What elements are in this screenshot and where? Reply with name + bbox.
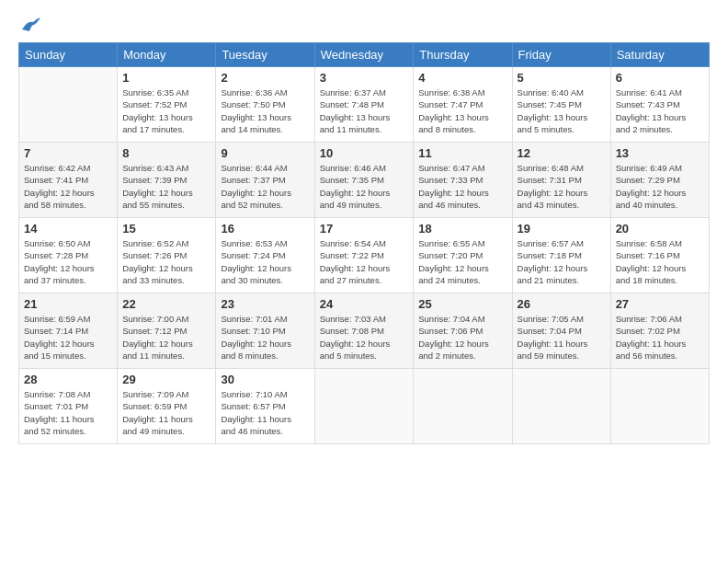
day-number: 8 <box>122 146 210 160</box>
day-number: 13 <box>616 146 704 160</box>
day-info: Sunrise: 6:36 AMSunset: 7:50 PMDaylight:… <box>221 86 309 135</box>
day-number: 10 <box>320 146 409 160</box>
calendar-cell: 13Sunrise: 6:49 AMSunset: 7:29 PMDayligh… <box>610 143 709 218</box>
calendar-week-row: 21Sunrise: 6:59 AMSunset: 7:14 PMDayligh… <box>19 293 710 369</box>
day-number: 24 <box>320 297 409 311</box>
calendar-cell: 11Sunrise: 6:47 AMSunset: 7:33 PMDayligh… <box>414 143 512 218</box>
calendar-cell: 20Sunrise: 6:58 AMSunset: 7:16 PMDayligh… <box>610 218 709 293</box>
calendar-cell <box>414 369 512 444</box>
calendar-cell <box>610 369 709 444</box>
calendar-cell: 29Sunrise: 7:09 AMSunset: 6:59 PMDayligh… <box>118 369 216 444</box>
day-number: 1 <box>122 71 210 85</box>
calendar-cell: 17Sunrise: 6:54 AMSunset: 7:22 PMDayligh… <box>314 218 414 293</box>
day-info: Sunrise: 7:04 AMSunset: 7:06 PMDaylight:… <box>418 313 506 362</box>
day-info: Sunrise: 6:48 AMSunset: 7:31 PMDaylight:… <box>518 162 606 211</box>
day-number: 20 <box>616 222 704 236</box>
day-number: 19 <box>518 222 606 236</box>
calendar-cell: 22Sunrise: 7:00 AMSunset: 7:12 PMDayligh… <box>118 293 216 369</box>
calendar-header-sunday: Sunday <box>19 43 118 67</box>
day-info: Sunrise: 6:38 AMSunset: 7:47 PMDaylight:… <box>418 86 506 135</box>
day-number: 6 <box>616 71 704 85</box>
logo <box>18 17 40 33</box>
day-info: Sunrise: 6:58 AMSunset: 7:16 PMDaylight:… <box>616 237 704 286</box>
calendar-cell: 3Sunrise: 6:37 AMSunset: 7:48 PMDaylight… <box>314 67 414 143</box>
calendar-header-wednesday: Wednesday <box>314 43 414 67</box>
calendar-header-monday: Monday <box>118 43 216 67</box>
day-info: Sunrise: 6:49 AMSunset: 7:29 PMDaylight:… <box>616 162 704 211</box>
day-info: Sunrise: 7:00 AMSunset: 7:12 PMDaylight:… <box>122 313 210 362</box>
day-info: Sunrise: 6:35 AMSunset: 7:52 PMDaylight:… <box>122 86 210 135</box>
calendar-cell: 27Sunrise: 7:06 AMSunset: 7:02 PMDayligh… <box>610 293 709 369</box>
day-number: 11 <box>418 146 506 160</box>
day-number: 16 <box>221 222 309 236</box>
calendar-header-tuesday: Tuesday <box>216 43 314 67</box>
day-info: Sunrise: 7:05 AMSunset: 7:04 PMDaylight:… <box>518 313 606 362</box>
calendar-cell: 1Sunrise: 6:35 AMSunset: 7:52 PMDaylight… <box>118 67 216 143</box>
calendar-cell <box>314 369 414 444</box>
calendar-cell: 28Sunrise: 7:08 AMSunset: 7:01 PMDayligh… <box>19 369 118 444</box>
day-info: Sunrise: 6:41 AMSunset: 7:43 PMDaylight:… <box>616 86 704 135</box>
day-info: Sunrise: 6:57 AMSunset: 7:18 PMDaylight:… <box>518 237 606 286</box>
day-number: 5 <box>518 71 606 85</box>
calendar-cell: 23Sunrise: 7:01 AMSunset: 7:10 PMDayligh… <box>216 293 314 369</box>
day-info: Sunrise: 7:09 AMSunset: 6:59 PMDaylight:… <box>122 388 210 437</box>
calendar-week-row: 28Sunrise: 7:08 AMSunset: 7:01 PMDayligh… <box>19 369 710 444</box>
calendar-cell: 9Sunrise: 6:44 AMSunset: 7:37 PMDaylight… <box>216 143 314 218</box>
calendar-week-row: 14Sunrise: 6:50 AMSunset: 7:28 PMDayligh… <box>19 218 710 293</box>
calendar-week-row: 1Sunrise: 6:35 AMSunset: 7:52 PMDaylight… <box>19 67 710 143</box>
calendar-cell: 2Sunrise: 6:36 AMSunset: 7:50 PMDaylight… <box>216 67 314 143</box>
day-number: 2 <box>221 71 309 85</box>
calendar-cell: 15Sunrise: 6:52 AMSunset: 7:26 PMDayligh… <box>118 218 216 293</box>
day-number: 21 <box>24 297 112 311</box>
calendar-cell: 7Sunrise: 6:42 AMSunset: 7:41 PMDaylight… <box>19 143 118 218</box>
day-info: Sunrise: 6:50 AMSunset: 7:28 PMDaylight:… <box>24 237 112 286</box>
day-number: 9 <box>221 146 309 160</box>
day-info: Sunrise: 6:40 AMSunset: 7:45 PMDaylight:… <box>518 86 606 135</box>
calendar-cell: 10Sunrise: 6:46 AMSunset: 7:35 PMDayligh… <box>314 143 414 218</box>
day-number: 22 <box>122 297 210 311</box>
day-number: 4 <box>418 71 506 85</box>
day-info: Sunrise: 6:53 AMSunset: 7:24 PMDaylight:… <box>221 237 309 286</box>
day-number: 18 <box>418 222 506 236</box>
day-info: Sunrise: 6:54 AMSunset: 7:22 PMDaylight:… <box>320 237 409 286</box>
calendar-cell: 24Sunrise: 7:03 AMSunset: 7:08 PMDayligh… <box>314 293 414 369</box>
day-number: 12 <box>518 146 606 160</box>
day-info: Sunrise: 6:37 AMSunset: 7:48 PMDaylight:… <box>320 86 409 135</box>
day-number: 30 <box>221 373 309 386</box>
day-info: Sunrise: 6:59 AMSunset: 7:14 PMDaylight:… <box>24 313 112 362</box>
calendar-header-saturday: Saturday <box>610 43 709 67</box>
calendar-cell <box>512 369 610 444</box>
calendar-cell: 12Sunrise: 6:48 AMSunset: 7:31 PMDayligh… <box>512 143 610 218</box>
day-number: 17 <box>320 222 409 236</box>
calendar-cell: 14Sunrise: 6:50 AMSunset: 7:28 PMDayligh… <box>19 218 118 293</box>
day-info: Sunrise: 6:46 AMSunset: 7:35 PMDaylight:… <box>320 162 409 211</box>
calendar-cell: 30Sunrise: 7:10 AMSunset: 6:57 PMDayligh… <box>216 369 314 444</box>
day-info: Sunrise: 7:01 AMSunset: 7:10 PMDaylight:… <box>221 313 309 362</box>
day-info: Sunrise: 6:44 AMSunset: 7:37 PMDaylight:… <box>221 162 309 211</box>
calendar-header-thursday: Thursday <box>414 43 512 67</box>
calendar-cell: 4Sunrise: 6:38 AMSunset: 7:47 PMDaylight… <box>414 67 512 143</box>
page: SundayMondayTuesdayWednesdayThursdayFrid… <box>0 0 728 563</box>
day-info: Sunrise: 7:10 AMSunset: 6:57 PMDaylight:… <box>221 388 309 437</box>
calendar-cell: 5Sunrise: 6:40 AMSunset: 7:45 PMDaylight… <box>512 67 610 143</box>
day-number: 23 <box>221 297 309 311</box>
day-number: 15 <box>122 222 210 236</box>
day-info: Sunrise: 6:47 AMSunset: 7:33 PMDaylight:… <box>418 162 506 211</box>
calendar-cell: 19Sunrise: 6:57 AMSunset: 7:18 PMDayligh… <box>512 218 610 293</box>
day-number: 26 <box>518 297 606 311</box>
calendar-week-row: 7Sunrise: 6:42 AMSunset: 7:41 PMDaylight… <box>19 143 710 218</box>
day-number: 7 <box>24 146 112 160</box>
calendar-cell: 21Sunrise: 6:59 AMSunset: 7:14 PMDayligh… <box>19 293 118 369</box>
logo-bird-icon <box>20 17 40 33</box>
day-info: Sunrise: 6:55 AMSunset: 7:20 PMDaylight:… <box>418 237 506 286</box>
day-info: Sunrise: 6:43 AMSunset: 7:39 PMDaylight:… <box>122 162 210 211</box>
day-number: 29 <box>122 373 210 386</box>
day-number: 14 <box>24 222 112 236</box>
day-number: 25 <box>418 297 506 311</box>
day-info: Sunrise: 6:52 AMSunset: 7:26 PMDaylight:… <box>122 237 210 286</box>
day-number: 28 <box>24 373 112 386</box>
day-info: Sunrise: 7:03 AMSunset: 7:08 PMDaylight:… <box>320 313 409 362</box>
calendar-cell: 16Sunrise: 6:53 AMSunset: 7:24 PMDayligh… <box>216 218 314 293</box>
calendar-cell <box>19 67 118 143</box>
day-info: Sunrise: 6:42 AMSunset: 7:41 PMDaylight:… <box>24 162 112 211</box>
